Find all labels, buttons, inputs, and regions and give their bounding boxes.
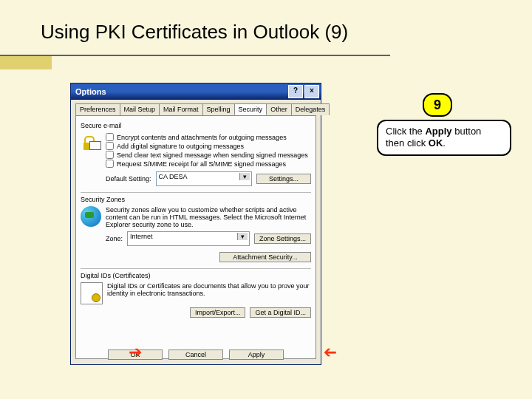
- divider-2: [81, 268, 311, 269]
- tab-other[interactable]: Other: [266, 103, 292, 115]
- default-setting-label: Default Setting:: [106, 175, 151, 183]
- options-dialog: Options ? × Preferences Mail Setup Mail …: [70, 83, 321, 365]
- instruction-callout: Click the Apply button then click OK.: [377, 120, 511, 156]
- tab-preferences[interactable]: Preferences: [75, 103, 120, 115]
- tab-delegates[interactable]: Delegates: [291, 103, 330, 115]
- close-button[interactable]: ×: [304, 85, 319, 98]
- callout-text-1: Click the: [386, 126, 425, 137]
- zones-description: Security zones allow you to customize wh…: [106, 206, 311, 228]
- accent-tab: [0, 56, 52, 69]
- tab-mail-setup[interactable]: Mail Setup: [120, 103, 160, 115]
- help-button[interactable]: ?: [288, 85, 303, 98]
- attachment-security-button[interactable]: Attachment Security...: [219, 252, 311, 262]
- tab-mail-format[interactable]: Mail Format: [159, 103, 203, 115]
- tabs-row: Preferences Mail Setup Mail Format Spell…: [75, 103, 316, 115]
- slide-title: Using PKI Certificates in Outlook (9): [41, 21, 348, 44]
- callout-bold-ok: OK: [429, 137, 443, 149]
- import-export-button[interactable]: Import/Export...: [190, 307, 246, 318]
- callout-text-3: .: [443, 137, 446, 149]
- secure-email-icon: [81, 132, 101, 153]
- window-title: Options: [75, 87, 106, 96]
- arrow-to-apply-icon: ➔: [324, 344, 337, 361]
- zone-select[interactable]: Internet: [127, 231, 250, 246]
- receipt-checkbox[interactable]: [106, 160, 114, 168]
- tab-security[interactable]: Security: [234, 103, 267, 115]
- digital-ids-title: Digital IDs (Certificates): [81, 272, 311, 279]
- encrypt-checkbox[interactable]: [106, 133, 114, 141]
- receipt-label: Request S/MIME receipt for all S/MIME si…: [117, 160, 286, 168]
- default-setting-select[interactable]: CA DESA: [156, 171, 252, 186]
- horizontal-rule: [0, 55, 390, 56]
- cleartext-checkbox[interactable]: [106, 151, 114, 159]
- cancel-button[interactable]: Cancel: [168, 349, 223, 360]
- dialog-buttons: OK Cancel Apply: [71, 349, 321, 360]
- apply-button[interactable]: Apply: [229, 349, 284, 360]
- titlebar: Options ? ×: [71, 83, 321, 100]
- get-digital-id-button[interactable]: Get a Digital ID...: [250, 307, 311, 318]
- zones-title: Security Zones: [81, 196, 311, 203]
- tab-spelling[interactable]: Spelling: [202, 103, 235, 115]
- encrypt-label: Encrypt contents and attachments for out…: [117, 134, 287, 141]
- arrow-to-ok-icon: ➔: [129, 344, 142, 361]
- cleartext-label: Send clear text signed message when send…: [117, 151, 308, 159]
- security-panel: Secure e-mail Encrypt contents and attac…: [75, 115, 316, 359]
- digital-ids-description: Digital IDs or Certificates are document…: [107, 282, 311, 297]
- step-number-badge: 9: [423, 93, 452, 117]
- zone-settings-button[interactable]: Zone Settings...: [254, 233, 311, 244]
- globe-icon: [81, 206, 101, 227]
- zone-label: Zone:: [106, 235, 123, 242]
- sign-label: Add digital signature to outgoing messag…: [117, 143, 244, 150]
- sign-checkbox[interactable]: [106, 142, 114, 150]
- settings-button[interactable]: Settings...: [256, 174, 311, 184]
- callout-bold-apply: Apply: [425, 126, 451, 137]
- divider: [81, 192, 311, 193]
- secure-email-title: Secure e-mail: [81, 122, 311, 129]
- certificate-icon: [81, 282, 103, 304]
